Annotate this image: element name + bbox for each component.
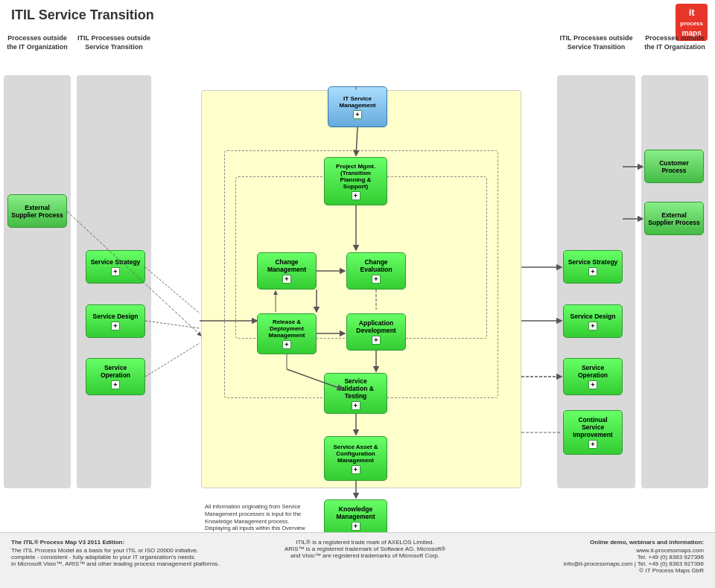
- service-asset-box[interactable]: Service Asset &ConfigurationManagement +: [324, 436, 387, 481]
- footer-left-line1: The ITIL Process Model as a basis for yo…: [11, 547, 250, 554]
- change-eval-plus[interactable]: +: [372, 275, 381, 284]
- continual-improvement-box[interactable]: ContinualServiceImprovement +: [563, 410, 623, 455]
- ext-supplier-left-label: ExternalSupplier Process: [11, 204, 63, 219]
- svg-line-13: [145, 321, 200, 328]
- header-right-outside: Processes outside the IT Organization: [641, 34, 708, 51]
- continual-improvement-label: ContinualServiceImprovement: [573, 416, 612, 438]
- footer-right-line2: Tel. +49 (0) 8363 927396: [480, 554, 704, 560]
- service-design-left-box[interactable]: Service Design +: [86, 304, 145, 338]
- logo-it: it: [689, 7, 695, 18]
- footer-right-title: Online demo, webinars and information:: [480, 539, 704, 546]
- service-operation-right-box[interactable]: ServiceOperation +: [563, 358, 623, 395]
- footer-left-line2: complete - consistent - fully adaptable …: [11, 554, 250, 560]
- service-design-left-plus[interactable]: +: [111, 322, 120, 330]
- footer: The ITIL® Process Map V3 2011 Edition: T…: [0, 532, 715, 588]
- footer-right-line4: © IT Process Maps GbR: [480, 567, 704, 574]
- svg-line-12: [145, 267, 200, 313]
- footer-center-line3: and Visio™ are registered trademarks of …: [268, 552, 462, 559]
- customer-right-label: CustomerProcess: [659, 159, 689, 174]
- footer-left-title: The ITIL® Process Map V3 2011 Edition:: [11, 539, 250, 546]
- service-design-right-plus[interactable]: +: [588, 322, 597, 330]
- continual-improvement-plus[interactable]: +: [588, 440, 597, 449]
- header-left-itil: ITIL Processes outside Service Transitio…: [77, 34, 151, 51]
- project-mgmt-plus[interactable]: +: [352, 191, 360, 200]
- service-operation-left-plus[interactable]: +: [111, 380, 120, 389]
- svg-line-14: [145, 343, 200, 377]
- header-right-itil: ITIL Processes outside Service Transitio…: [557, 34, 635, 51]
- app-dev-plus[interactable]: +: [372, 336, 381, 345]
- change-mgmt-box[interactable]: ChangeManagement +: [257, 252, 317, 290]
- knowledge-label: KnowledgeManagement: [337, 505, 375, 520]
- footer-right-line1: www.it-processmaps.com: [480, 547, 704, 554]
- change-eval-box[interactable]: ChangeEvaluation +: [346, 252, 406, 290]
- service-strategy-left-box[interactable]: Service Strategy +: [86, 250, 145, 284]
- service-design-left-label: Service Design: [93, 313, 139, 320]
- service-design-right-label: Service Design: [571, 313, 616, 320]
- change-mgmt-plus[interactable]: +: [282, 275, 291, 284]
- service-validation-box[interactable]: ServiceValidation &Testing +: [324, 373, 387, 414]
- change-eval-label: ChangeEvaluation: [360, 258, 393, 273]
- release-deploy-plus[interactable]: +: [282, 340, 291, 349]
- header-left-outside: Processes outside the IT Organization: [4, 34, 71, 51]
- footer-right-line3: info@it-processmaps.com | Tel. +49 (0) 8…: [480, 560, 704, 567]
- service-validation-label: ServiceValidation &Testing: [337, 377, 374, 400]
- knowledge-box[interactable]: KnowledgeManagement +: [324, 499, 387, 537]
- service-asset-plus[interactable]: +: [352, 465, 360, 474]
- ext-supplier-right-box[interactable]: ExternalSupplier Process: [644, 202, 704, 235]
- it-service-mgmt-box[interactable]: IT ServiceManagement +: [328, 86, 387, 127]
- service-validation-plus[interactable]: +: [352, 401, 360, 410]
- service-operation-left-box[interactable]: ServiceOperation +: [86, 358, 145, 395]
- customer-right-box[interactable]: CustomerProcess: [644, 150, 704, 183]
- service-design-right-box[interactable]: Service Design +: [563, 304, 623, 338]
- service-asset-label: Service Asset &ConfigurationManagement: [333, 444, 378, 464]
- footer-center: ITIL® is a registered trade mark of AXEL…: [268, 539, 462, 559]
- page-title: ITIL Service Transition: [0, 0, 715, 27]
- service-strategy-left-label: Service Strategy: [91, 258, 141, 266]
- project-mgmt-label: Project Mgmt.(TransitionPlanning &Suppor…: [336, 163, 375, 190]
- service-strategy-right-box[interactable]: Service Strategy +: [563, 250, 623, 284]
- footer-left: The ITIL® Process Map V3 2011 Edition: T…: [11, 539, 250, 567]
- service-strategy-left-plus[interactable]: +: [111, 267, 120, 276]
- footer-center-line1: ITIL® is a registered trade mark of AXEL…: [268, 539, 462, 546]
- change-mgmt-label: ChangeManagement: [267, 258, 306, 273]
- ext-supplier-left-box[interactable]: ExternalSupplier Process: [7, 194, 67, 228]
- service-operation-left-label: ServiceOperation: [101, 364, 130, 379]
- diagram-container: Processes outside the IT Organization IT…: [0, 31, 715, 552]
- service-operation-right-plus[interactable]: +: [588, 380, 597, 389]
- footer-left-line3: in Microsoft Visio™, ARIS™ and other lea…: [11, 560, 250, 567]
- service-operation-right-label: ServiceOperation: [578, 364, 608, 379]
- project-mgmt-box[interactable]: Project Mgmt.(TransitionPlanning &Suppor…: [324, 157, 387, 205]
- knowledge-plus[interactable]: +: [352, 522, 360, 531]
- it-service-mgmt-label: IT ServiceManagement: [340, 95, 376, 109]
- footer-right: Online demo, webinars and information: w…: [480, 539, 704, 574]
- footer-center-line2: ARIS™ is a registered trademark of Softw…: [268, 546, 462, 552]
- ext-supplier-right-label: ExternalSupplier Process: [648, 211, 699, 226]
- release-deploy-label: Release &DeploymentManagement: [269, 319, 305, 339]
- service-strategy-right-label: Service Strategy: [568, 258, 618, 266]
- app-dev-label: ApplicationDevelopment: [356, 319, 395, 334]
- col-bg-left-outside: [4, 75, 71, 488]
- col-bg-right-outside: [641, 75, 708, 488]
- logo-process: process: [680, 20, 703, 27]
- app-dev-box[interactable]: ApplicationDevelopment +: [346, 313, 406, 351]
- release-deploy-box[interactable]: Release &DeploymentManagement +: [257, 313, 317, 354]
- service-strategy-right-plus[interactable]: +: [588, 267, 597, 276]
- it-service-mgmt-plus[interactable]: +: [353, 110, 362, 119]
